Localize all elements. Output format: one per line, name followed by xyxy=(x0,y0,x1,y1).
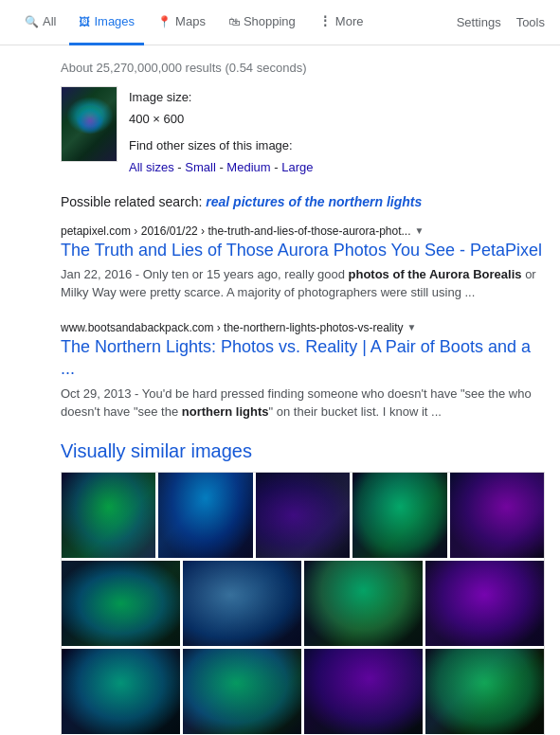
search-icon xyxy=(25,14,39,28)
result-url-text-2: www.bootsandabackpack.com › the-northern… xyxy=(61,321,404,334)
find-sizes-section: Find other sizes of this image: All size… xyxy=(129,134,313,179)
grid-image-2[interactable] xyxy=(158,473,252,558)
image-dimensions: 400 × 600 xyxy=(129,112,184,126)
result-snippet-1: Jan 22, 2016 - Only ten or 15 years ago,… xyxy=(61,265,545,302)
grid-image-5[interactable] xyxy=(450,473,544,558)
image-row-3 xyxy=(62,649,544,734)
result-url-text-1: petapixel.com › 2016/01/22 › the-truth-a… xyxy=(61,224,411,238)
top-navigation: All Images Maps Shopping More Settings T… xyxy=(0,0,560,45)
similar-images-title: Visually similar images xyxy=(61,440,545,462)
nav-label-maps: Maps xyxy=(175,14,206,28)
search-result-1: petapixel.com › 2016/01/22 › the-truth-a… xyxy=(61,224,545,302)
grid-image-6[interactable] xyxy=(62,561,180,646)
more-icon xyxy=(318,13,332,28)
grid-image-1[interactable] xyxy=(62,473,155,558)
nav-item-maps[interactable]: Maps xyxy=(148,0,215,45)
nav-tabs: All Images Maps Shopping More xyxy=(15,0,372,45)
results-count: About 25,270,000,000 results (0.54 secon… xyxy=(61,61,545,75)
result-url-2: www.bootsandabackpack.com › the-northern… xyxy=(61,321,545,334)
image-icon xyxy=(79,14,90,28)
nav-label-shopping: Shopping xyxy=(244,14,296,28)
result-dropdown-arrow-1[interactable]: ▼ xyxy=(415,225,425,236)
grid-image-9[interactable] xyxy=(425,561,544,646)
nav-item-images[interactable]: Images xyxy=(69,0,144,45)
grid-image-10[interactable] xyxy=(62,649,180,734)
source-image-thumbnail[interactable] xyxy=(61,86,117,162)
nav-label-images: Images xyxy=(94,14,135,28)
image-row-1 xyxy=(62,473,544,558)
result-title-1[interactable]: The Truth and Lies of Those Aurora Photo… xyxy=(61,240,545,261)
grid-image-11[interactable] xyxy=(183,649,301,734)
map-icon xyxy=(157,14,172,28)
size-all-link[interactable]: All sizes xyxy=(129,160,174,174)
result-title-2[interactable]: The Northern Lights: Photos vs. Reality … xyxy=(61,336,545,381)
related-search: Possible related search: real pictures o… xyxy=(61,194,545,209)
nav-label-more: More xyxy=(335,14,364,28)
nav-item-all[interactable]: All xyxy=(15,0,65,45)
search-result-2: www.bootsandabackpack.com › the-northern… xyxy=(61,321,545,421)
grid-image-12[interactable] xyxy=(304,649,423,734)
grid-image-4[interactable] xyxy=(352,473,446,558)
size-medium-link[interactable]: Medium xyxy=(226,160,270,174)
image-grid xyxy=(61,472,545,735)
image-metadata: Image size: 400 × 600 Find other sizes o… xyxy=(129,86,313,179)
nav-item-more[interactable]: More xyxy=(309,0,373,45)
related-search-link[interactable]: real pictures of the northern lights xyxy=(206,194,422,209)
grid-image-8[interactable] xyxy=(304,561,423,646)
nav-right-items: Settings Tools xyxy=(457,15,545,29)
grid-image-13[interactable] xyxy=(425,649,544,734)
image-size-label: Image size: 400 × 600 xyxy=(129,86,313,131)
result-dropdown-arrow-2[interactable]: ▼ xyxy=(407,322,417,332)
result-snippet-2: Oct 29, 2013 - You'd be hard pressed fin… xyxy=(61,385,545,421)
nav-label-all: All xyxy=(43,14,56,28)
size-large-link[interactable]: Large xyxy=(281,160,313,174)
image-info-box: Image size: 400 × 600 Find other sizes o… xyxy=(61,86,545,179)
main-content: About 25,270,000,000 results (0.54 secon… xyxy=(0,45,560,735)
result-url-1: petapixel.com › 2016/01/22 › the-truth-a… xyxy=(61,224,545,238)
size-small-link[interactable]: Small xyxy=(185,160,216,174)
shopping-icon xyxy=(228,14,240,28)
grid-image-7[interactable] xyxy=(183,561,301,646)
grid-image-3[interactable] xyxy=(256,473,350,558)
tools-link[interactable]: Tools xyxy=(516,15,545,29)
image-row-2 xyxy=(62,561,544,646)
similar-images-section: Visually similar images xyxy=(61,440,545,735)
nav-item-shopping[interactable]: Shopping xyxy=(219,0,305,45)
settings-link[interactable]: Settings xyxy=(457,15,501,29)
